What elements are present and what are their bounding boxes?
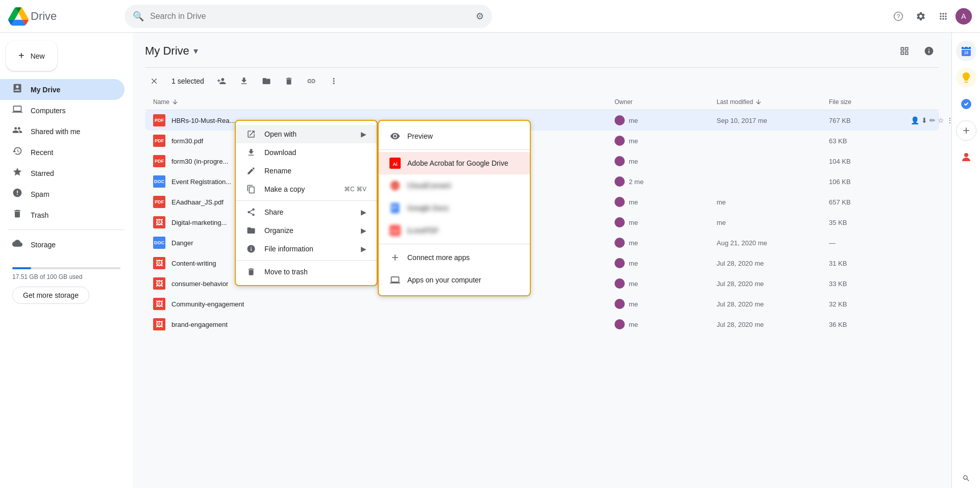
ctx-divider-2	[236, 260, 377, 261]
owm-divider-2	[379, 244, 530, 244]
ctx-rename-label: Rename	[264, 167, 366, 175]
rename-icon	[246, 166, 256, 176]
owm-ilovepdf[interactable]: PDF iLovePDF	[379, 219, 530, 242]
ctx-rename[interactable]: Rename	[236, 162, 377, 180]
ctx-download[interactable]: Download	[236, 143, 377, 162]
open-with-submenu: Preview Ai Adobe Acrobat for Google Driv…	[378, 120, 531, 296]
googledocs-icon	[389, 202, 401, 214]
svg-rect-16	[393, 209, 396, 209]
info-icon	[246, 244, 256, 254]
owm-computer-apps[interactable]: Apps on your computer	[379, 269, 530, 291]
ctx-trash-icon	[246, 267, 256, 277]
ctx-file-info[interactable]: File information ▶	[236, 240, 377, 258]
owm-preview-label: Preview	[407, 132, 433, 140]
owm-googledocs[interactable]: Google Docs	[379, 197, 530, 219]
open-with-icon	[246, 129, 256, 139]
cloudconvert-icon: CC	[389, 179, 401, 192]
ctx-info-label: File information	[264, 245, 353, 253]
owm-connect-label: Connect more apps	[407, 253, 470, 262]
ctx-share[interactable]: Share ▶	[236, 203, 377, 221]
svg-text:Ai: Ai	[393, 162, 397, 167]
svg-text:CC: CC	[391, 184, 399, 189]
svg-rect-13	[391, 203, 400, 213]
ctx-share-label: Share	[264, 208, 353, 216]
ctx-divider-1	[236, 200, 377, 201]
connect-apps-icon	[389, 251, 401, 264]
ctx-trash-label: Move to trash	[264, 268, 366, 276]
copy-icon	[246, 184, 256, 194]
ctx-info-arrow: ▶	[361, 245, 366, 253]
ctx-organize-arrow: ▶	[361, 226, 366, 235]
organize-icon	[246, 225, 256, 236]
ctx-share-arrow: ▶	[361, 208, 366, 216]
owm-preview[interactable]: Preview	[379, 125, 530, 147]
share-icon	[246, 207, 256, 217]
ctx-make-copy[interactable]: Make a copy ⌘C ⌘V	[236, 180, 377, 198]
download-icon	[246, 147, 256, 158]
owm-ilovepdf-label: iLovePDF	[407, 226, 438, 235]
owm-cloudconvert-label: CloudConvert	[407, 182, 451, 190]
ctx-copy-label: Make a copy	[264, 185, 336, 193]
svg-rect-14	[393, 206, 397, 206]
ctx-organize-label: Organize	[264, 226, 353, 235]
ctx-trash[interactable]: Move to trash	[236, 263, 377, 281]
ctx-copy-shortcut: ⌘C ⌘V	[344, 186, 366, 193]
svg-rect-15	[393, 207, 397, 208]
preview-icon	[389, 130, 401, 142]
context-menu: Open with ▶ Download Rename Make a copy …	[235, 120, 378, 286]
ilovepdf-icon: PDF	[389, 224, 401, 237]
ctx-open-with-arrow: ▶	[361, 130, 366, 138]
ctx-open-with-label: Open with	[264, 130, 353, 138]
owm-acrobat[interactable]: Ai Adobe Acrobat for Google Drive	[379, 152, 530, 174]
owm-divider	[379, 149, 530, 150]
owm-cloudconvert[interactable]: CC CloudConvert	[379, 174, 530, 197]
owm-acrobat-label: Adobe Acrobat for Google Drive	[407, 159, 508, 167]
ctx-open-with[interactable]: Open with ▶	[236, 125, 377, 143]
owm-connect-apps[interactable]: Connect more apps	[379, 246, 530, 269]
computer-apps-icon	[389, 274, 401, 286]
ctx-organize[interactable]: Organize ▶	[236, 221, 377, 240]
svg-text:PDF: PDF	[391, 229, 399, 234]
context-menu-overlay[interactable]: Open with ▶ Download Rename Make a copy …	[0, 0, 980, 488]
ctx-download-label: Download	[264, 148, 366, 157]
owm-computer-apps-label: Apps on your computer	[407, 276, 481, 284]
acrobat-icon: Ai	[389, 157, 401, 169]
owm-googledocs-label: Google Docs	[407, 204, 449, 212]
